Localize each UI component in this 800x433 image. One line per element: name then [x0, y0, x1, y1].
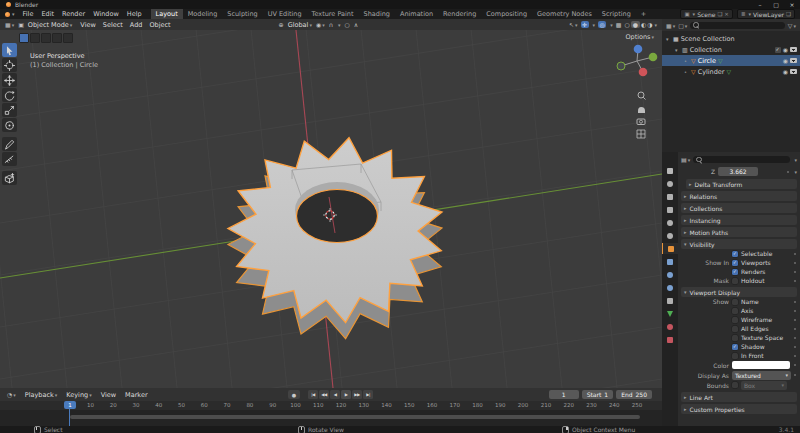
timeline-menu-playback[interactable]: Playback▾ [25, 391, 58, 399]
animate-decorator-icon[interactable] [794, 364, 796, 366]
animate-decorator-icon[interactable] [794, 319, 796, 321]
properties-editor-type-button[interactable]: ▤▾ [681, 156, 690, 163]
toggle-xray-button[interactable]: ▩ [616, 21, 622, 28]
auto-keying-toggle[interactable]: ● [288, 390, 300, 399]
viewport-menu-select[interactable]: Select [103, 21, 123, 29]
exclude-checkbox[interactable]: ✓ [775, 47, 781, 53]
hide-eye-icon[interactable]: ◉ [783, 47, 788, 53]
shading-rendered-button[interactable]: ◑ [647, 21, 652, 28]
tab-uv-editing[interactable]: UV Editing [263, 9, 307, 19]
shadow-checkbox[interactable]: ✓ [732, 344, 738, 350]
measure-tool-button[interactable] [2, 152, 17, 166]
prev-keyframe-button[interactable]: ◀◀ [319, 390, 329, 399]
proportional-falloff-dropdown[interactable]: ∧ [354, 21, 358, 28]
select-tool-icon[interactable]: ↖▾ [569, 21, 578, 28]
tab-modeling[interactable]: Modeling [183, 9, 223, 19]
select-mode-invert-button[interactable] [52, 33, 62, 43]
properties-tab-render[interactable] [662, 178, 678, 189]
animate-decorator-icon[interactable] [794, 337, 796, 339]
proportional-editing-toggle[interactable]: ○ [345, 21, 350, 28]
renders-checkbox[interactable]: ✓ [732, 269, 738, 275]
disable-render-camera-icon[interactable] [790, 58, 797, 63]
animate-decorator-icon[interactable] [794, 310, 796, 312]
animate-decorator-icon[interactable] [794, 328, 796, 330]
outliner-row-cylinder[interactable]: •▽Cylinder▽◉ [662, 66, 800, 77]
tab-sculpting[interactable]: Sculpting [222, 9, 262, 19]
shading-wireframe-button[interactable]: ○ [624, 21, 629, 28]
cursor-tool-button[interactable] [2, 58, 17, 72]
maximize-button[interactable]: ▢ [768, 1, 784, 8]
outliner-row-collection[interactable]: ▾▥Collection✓◉ [662, 44, 800, 55]
properties-tab-world[interactable] [662, 230, 678, 241]
gizmo-x-axis-ball[interactable] [639, 68, 648, 77]
tab-shading[interactable]: Shading [359, 9, 395, 19]
viewports-checkbox[interactable]: ✓ [732, 260, 738, 266]
bounds-checkbox[interactable] [732, 382, 738, 388]
outliner-display-mode-button[interactable]: ▦▾ [666, 22, 675, 29]
unlink-scene-icon[interactable]: × [724, 11, 729, 17]
shading-material-button[interactable]: ◐ [641, 21, 646, 28]
collapse-icon[interactable]: ▾ [675, 47, 680, 53]
tab-compositing[interactable]: Compositing [481, 9, 532, 19]
play-button[interactable]: ▶ [341, 390, 351, 399]
properties-tab-particles[interactable] [662, 269, 678, 280]
display-as-dropdown[interactable]: Textured▾ [732, 371, 791, 380]
select-mode-subtract-button[interactable] [41, 33, 51, 43]
transform-orientation-dropdown[interactable]: Global▾ [288, 21, 312, 29]
properties-tab-physics[interactable] [662, 282, 678, 293]
viewport-menu-view[interactable]: View [80, 21, 95, 29]
panel-line-art[interactable]: ▸Line Art [681, 392, 797, 402]
properties-tab-object[interactable] [662, 243, 678, 254]
frame-start-field[interactable]: Start1 [582, 390, 614, 399]
tab-geometry-nodes[interactable]: Geometry Nodes [532, 9, 597, 19]
rotate-tool-button[interactable] [2, 88, 17, 102]
new-scene-icon[interactable]: ❏ [717, 11, 722, 17]
properties-tab-texture[interactable] [662, 334, 678, 345]
timeline-menu-keying[interactable]: Keying▾ [66, 391, 91, 399]
current-frame-field[interactable]: 1 [549, 390, 579, 399]
name-checkbox[interactable] [732, 299, 738, 305]
mode-dropdown[interactable]: Object Mode▾ [28, 21, 72, 29]
new-collection-button[interactable]: ▢▾ [678, 22, 687, 29]
collapse-icon[interactable]: ▾ [666, 36, 671, 42]
properties-tab-material[interactable] [662, 321, 678, 332]
tab-scripting[interactable]: Scripting [597, 9, 636, 19]
animate-decorator-icon[interactable] [794, 355, 796, 357]
menu-help[interactable]: Help [123, 10, 146, 18]
panel-custom-properties[interactable]: ▸Custom Properties [681, 404, 797, 414]
all-edges-checkbox[interactable] [732, 326, 738, 332]
panel-relations[interactable]: ▸Relations [681, 191, 797, 201]
minimize-button[interactable]: – [752, 1, 768, 8]
snap-target-dropdown[interactable]: ▾ [337, 22, 341, 28]
tab-texture-paint[interactable]: Texture Paint [307, 9, 359, 19]
selectable-checkbox[interactable]: ✓ [732, 251, 738, 257]
tab-rendering[interactable]: Rendering [438, 9, 481, 19]
add-cube-tool-button[interactable] [2, 171, 17, 185]
disable-render-camera-icon[interactable] [790, 47, 797, 52]
select-mode-extend-button[interactable] [30, 33, 40, 43]
outliner-filter-button[interactable]: ▽▾ [788, 22, 796, 29]
properties-tab-output[interactable] [662, 191, 678, 202]
jump-to-end-button[interactable]: ▶| [363, 390, 373, 399]
texture-space-checkbox[interactable] [732, 335, 738, 341]
gizmo-z-axis-ball[interactable] [634, 45, 643, 54]
bounds-dropdown[interactable]: Box▾ [741, 381, 787, 390]
wireframe-checkbox[interactable] [732, 317, 738, 323]
panel-instancing[interactable]: ▸Instancing [681, 215, 797, 225]
properties-tab-view-layer[interactable] [662, 204, 678, 215]
next-keyframe-button[interactable]: ▶▶ [352, 390, 362, 399]
scene-selector[interactable]: ▣▾ Scene ❏ × [680, 9, 733, 19]
move-tool-button[interactable] [2, 73, 17, 87]
play-reverse-button[interactable]: ◀ [330, 390, 340, 399]
animate-decorator-icon[interactable] [794, 253, 796, 255]
panel-visibility[interactable]: ▾Visibility [681, 239, 797, 249]
gizmo-neg-y-ball[interactable] [617, 62, 625, 70]
viewport-canvas[interactable] [0, 19, 662, 388]
transform-z-field[interactable]: 3.662 [718, 167, 758, 176]
snap-magnet-toggle[interactable]: ∩ [329, 21, 333, 28]
tab-animation[interactable]: Animation [395, 9, 438, 19]
select-box-tool-button[interactable] [2, 43, 17, 57]
properties-tab-scene[interactable] [662, 217, 678, 228]
animate-decorator-icon[interactable] [794, 262, 796, 264]
timeline-menu-marker[interactable]: Marker [125, 391, 147, 399]
